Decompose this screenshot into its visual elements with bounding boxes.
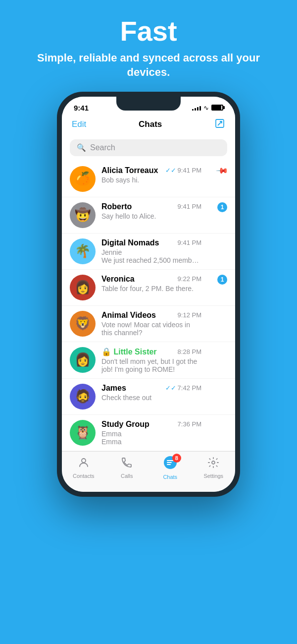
hero-section: Fast Simple, reliable and synced across … <box>0 0 297 92</box>
avatar-veronica: 👩 <box>70 275 96 300</box>
status-icons: ∿ <box>192 104 223 112</box>
tab-badge-chats: 8 <box>172 454 181 463</box>
nav-bar: Edit Chats <box>62 115 235 136</box>
search-bar-container: 🔍 Search <box>62 136 235 161</box>
settings-tab-label: Settings <box>203 473 223 479</box>
chat-content-veronica: Veronica 9:22 PM Table for four, 2 PM. B… <box>101 275 201 293</box>
contacts-tab-label: Contacts <box>73 473 94 479</box>
avatar-roberto: 🤠 <box>70 202 96 228</box>
chat-header-animal-videos: Animal Videos 9:12 PM <box>101 311 201 320</box>
chat-list: 🍊 Alicia Torreaux ✓✓9:41 PM Bob says hi.… <box>62 161 235 451</box>
unread-badge: 1 <box>217 202 227 212</box>
chat-time-alicia: ✓✓9:41 PM <box>165 167 201 174</box>
chat-header-veronica: Veronica 9:22 PM <box>101 275 201 284</box>
chats-title: Chats <box>139 119 162 129</box>
svg-point-2 <box>82 459 86 463</box>
chat-preview-veronica: Table for four, 2 PM. Be there. <box>101 285 201 293</box>
chats-tab-icon: 8 <box>163 456 177 472</box>
wifi-icon: ∿ <box>203 104 209 112</box>
chat-item-james[interactable]: 🧔 James ✓✓7:42 PM Check these out <box>62 379 235 415</box>
chat-preview-little-sister: Don't tell mom yet, but I got the job! I… <box>101 357 201 373</box>
chat-name-digital-nomads: Digital Nomads <box>101 238 159 247</box>
chat-preview-digital-nomads: We just reached 2,500 members! WOO! <box>101 256 201 264</box>
calls-tab-label: Calls <box>121 473 133 479</box>
signal-icon <box>192 105 201 111</box>
phone-frame: 9:41 ∿ Edit Chats <box>57 92 240 497</box>
chat-name-little-sister: 🔒 Little Sister <box>101 347 157 356</box>
contacts-tab-icon <box>78 457 90 471</box>
chat-meta-roberto: 1 <box>207 202 227 212</box>
phone-screen: 9:41 ∿ Edit Chats <box>62 97 235 492</box>
chat-name-veronica: Veronica <box>101 275 135 284</box>
chat-time-study-group: 7:36 PM <box>178 420 201 428</box>
avatar-animal-videos: 🦁 <box>70 311 96 337</box>
chat-content-digital-nomads: Digital Nomads 9:41 PM Jennie We just re… <box>101 238 201 264</box>
hero-title: Fast <box>0 16 297 47</box>
chat-preview-alicia: Bob says hi. <box>101 176 201 184</box>
chat-content-james: James ✓✓7:42 PM Check these out <box>101 384 201 402</box>
phone-wrapper: 9:41 ∿ Edit Chats <box>0 92 297 497</box>
chat-header-alicia: Alicia Torreaux ✓✓9:41 PM <box>101 166 201 175</box>
chat-time-little-sister: 8:28 PM <box>178 348 201 355</box>
chat-header-roberto: Roberto 9:41 PM <box>101 202 201 211</box>
battery-icon <box>211 105 223 111</box>
chat-preview-study-group: Emma <box>101 438 201 446</box>
chat-preview-james: Check these out <box>101 394 201 402</box>
svg-line-1 <box>218 121 222 125</box>
unread-badge: 1 <box>217 275 227 285</box>
chat-preview-roberto: Say hello to Alice. <box>101 212 201 220</box>
search-bar[interactable]: 🔍 Search <box>70 139 227 156</box>
chat-item-veronica[interactable]: 👩 Veronica 9:22 PM Table for four, 2 PM.… <box>62 270 235 306</box>
chat-name-animal-videos: Animal Videos <box>101 311 156 320</box>
chat-content-little-sister: 🔒 Little Sister 8:28 PM Don't tell mom y… <box>101 347 201 373</box>
settings-tab-icon <box>207 457 219 471</box>
avatar-alicia: 🍊 <box>70 166 96 192</box>
avatar-study-group: 🦉 <box>70 420 96 446</box>
avatar-little-sister: 👩 <box>70 347 96 373</box>
tab-contacts[interactable]: Contacts <box>69 457 99 479</box>
chat-header-study-group: Study Group 7:36 PM <box>101 420 201 429</box>
chat-item-alicia[interactable]: 🍊 Alicia Torreaux ✓✓9:41 PM Bob says hi.… <box>62 161 235 197</box>
chat-meta-alicia: 📌 <box>207 166 227 176</box>
status-time: 9:41 <box>74 104 89 112</box>
calls-tab-icon <box>121 457 133 471</box>
chats-tab-label: Chats <box>163 474 177 480</box>
chat-time-james: ✓✓7:42 PM <box>165 384 201 392</box>
tab-chats[interactable]: 8 Chats <box>155 456 185 480</box>
chat-header-little-sister: 🔒 Little Sister 8:28 PM <box>101 347 201 356</box>
chat-time-roberto: 9:41 PM <box>178 203 201 210</box>
tab-calls[interactable]: Calls <box>112 457 142 479</box>
chat-name-study-group: Study Group <box>101 420 149 429</box>
search-placeholder: Search <box>90 143 115 152</box>
chat-item-digital-nomads[interactable]: 🌴 Digital Nomads 9:41 PM Jennie We just … <box>62 234 235 270</box>
chat-item-study-group[interactable]: 🦉 Study Group 7:36 PM Emma Emma <box>62 415 235 451</box>
edit-button[interactable]: Edit <box>72 119 86 129</box>
chat-content-roberto: Roberto 9:41 PM Say hello to Alice. <box>101 202 201 220</box>
chat-time-veronica: 9:22 PM <box>178 275 201 283</box>
chat-item-roberto[interactable]: 🤠 Roberto 9:41 PM Say hello to Alice. 1 <box>62 197 235 234</box>
chat-content-study-group: Study Group 7:36 PM Emma Emma <box>101 420 201 446</box>
chat-time-digital-nomads: 9:41 PM <box>178 239 201 246</box>
search-icon: 🔍 <box>77 143 86 152</box>
chat-content-animal-videos: Animal Videos 9:12 PM Vote now! Moar cat… <box>101 311 201 337</box>
compose-button[interactable] <box>214 118 225 131</box>
chat-name-james: James <box>101 384 126 393</box>
chat-meta-veronica: 1 <box>207 275 227 285</box>
avatar-digital-nomads: 🌴 <box>70 238 96 264</box>
chat-content-alicia: Alicia Torreaux ✓✓9:41 PM Bob says hi. <box>101 166 201 184</box>
tab-bar: Contacts Calls 8 Chats Settings <box>62 451 235 492</box>
chat-name-alicia: Alicia Torreaux <box>101 166 158 175</box>
chat-preview-animal-videos: Vote now! Moar cat videos in this channe… <box>101 321 201 337</box>
chat-time-animal-videos: 9:12 PM <box>178 311 201 319</box>
tab-settings[interactable]: Settings <box>198 457 228 479</box>
avatar-james: 🧔 <box>70 384 96 410</box>
hero-subtitle: Simple, reliable and synced across all y… <box>0 51 297 80</box>
chat-name-roberto: Roberto <box>101 202 132 211</box>
chat-item-animal-videos[interactable]: 🦁 Animal Videos 9:12 PM Vote now! Moar c… <box>62 306 235 342</box>
chat-header-james: James ✓✓7:42 PM <box>101 384 201 393</box>
phone-notch <box>116 97 181 111</box>
pin-icon: 📌 <box>215 164 229 178</box>
chat-item-little-sister[interactable]: 👩 🔒 Little Sister 8:28 PM Don't tell mom… <box>62 342 235 379</box>
svg-point-4 <box>212 461 215 464</box>
chat-header-digital-nomads: Digital Nomads 9:41 PM <box>101 238 201 247</box>
